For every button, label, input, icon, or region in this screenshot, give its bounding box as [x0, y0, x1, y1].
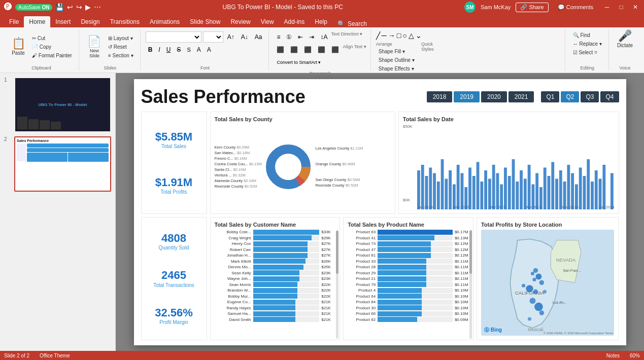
q4-button[interactable]: Q4 — [600, 91, 619, 102]
close-btn[interactable]: ✕ — [631, 3, 640, 12]
bullets-button[interactable]: ≡ — [274, 31, 283, 43]
increase-font-button[interactable]: A↑ — [225, 31, 237, 43]
paste-button[interactable]: 📋 Paste — [8, 37, 28, 57]
save-icon[interactable]: 💾 — [55, 3, 64, 11]
font-size-select[interactable] — [203, 31, 223, 43]
align-center-button[interactable]: ⬛ — [288, 44, 300, 55]
kpi-total-sales: $5.85M Total Sales — [146, 130, 202, 149]
font-color-button[interactable]: A — [194, 44, 204, 55]
dictate-button[interactable]: 🎤 Dictate — [614, 29, 636, 49]
highlight-button[interactable]: A — [205, 44, 214, 55]
clear-format-button[interactable]: Aa — [252, 31, 265, 43]
smartart-button[interactable]: Convert to SmartArt ▾ — [274, 57, 323, 68]
font-name-select[interactable] — [146, 31, 201, 43]
more-icon[interactable]: ⋯ — [94, 3, 101, 11]
share-button[interactable]: 🔗 Share — [516, 3, 548, 12]
tab-animations[interactable]: Animations — [145, 16, 185, 27]
ribbon-group-drawing: ╱ ─ → □ ○ △ ⌄ Arrange Shape Fill ▾ Shape… — [372, 29, 565, 70]
more-shapes-btn[interactable]: ⌄ — [416, 31, 422, 40]
svg-rect-27 — [504, 167, 507, 209]
shadow-button[interactable]: S — [184, 44, 193, 55]
rect-btn[interactable]: □ — [397, 31, 401, 40]
ribbon-tabs: File Home Insert Design Transitions Anim… — [0, 14, 644, 27]
justify-button[interactable]: ⬛ — [315, 44, 328, 55]
new-slide-button[interactable]: 📄 NewSlide — [84, 35, 105, 59]
tab-addins[interactable]: Add-ins — [279, 16, 310, 27]
tab-help[interactable]: Help — [310, 16, 332, 27]
text-direction-button[interactable]: ↕A — [318, 31, 330, 43]
columns-button[interactable]: ⬛ — [329, 44, 342, 55]
slide-thumb-1[interactable]: 1 UBG To Power BI - Model — [4, 77, 111, 132]
tab-view[interactable]: View — [256, 16, 279, 27]
title-bar-left: 🅟 AutoSave ON 💾 ↩ ↪ ▶ ⋯ — [4, 3, 101, 12]
reset-button[interactable]: ↺ Reset — [106, 43, 136, 51]
svg-rect-48 — [587, 159, 590, 209]
cut-button[interactable]: ✂ Cut — [29, 34, 75, 42]
scrollbar-thumb[interactable] — [336, 231, 338, 274]
copy-button[interactable]: 📄 Copy — [29, 43, 75, 51]
italic-button[interactable]: I — [156, 44, 162, 55]
arrow-btn[interactable]: → — [388, 31, 395, 40]
year-2021-button[interactable]: 2021 — [509, 91, 534, 102]
redo-icon[interactable]: ↪ — [76, 3, 82, 11]
tab-insert[interactable]: Insert — [50, 16, 76, 27]
bing-logo: ⓑ Bing — [484, 327, 502, 334]
oval-btn[interactable]: ○ — [402, 31, 406, 40]
present-icon[interactable]: ▶ — [85, 3, 91, 11]
product-scrollbar-track[interactable] — [469, 230, 472, 339]
increase-indent-button[interactable]: ⇥ — [307, 31, 317, 43]
tab-slideshow[interactable]: Slide Show — [185, 16, 225, 27]
q2-button[interactable]: Q2 — [561, 91, 579, 102]
year-2020-button[interactable]: 2020 — [481, 91, 507, 102]
list-item: Product 81$0.12M — [348, 253, 469, 258]
shape-btn[interactable]: ╱ — [376, 31, 380, 40]
line-btn[interactable]: ─ — [382, 31, 387, 40]
section-button[interactable]: ≡ Section ▾ — [106, 52, 136, 59]
shape-outline-button[interactable]: Shape Outline ▾ — [376, 56, 417, 64]
shape-effects-button[interactable]: Shape Effects ▾ — [376, 65, 417, 73]
find-button[interactable]: 🔍 Find — [570, 31, 593, 39]
arrange-group: Arrange Shape Fill ▾ Shape Outline ▾ Sha… — [376, 42, 417, 73]
numbering-button[interactable]: ① — [284, 31, 294, 43]
align-left-button[interactable]: ⬛ — [274, 44, 287, 55]
replace-button[interactable]: ↔ Replace ▾ — [570, 40, 604, 48]
new-slide-icon: 📄 — [87, 36, 101, 47]
minimize-btn[interactable]: ─ — [602, 3, 612, 12]
date-chart-box: Total Sales by Date $50K $0K // Will gen… — [398, 112, 619, 214]
ribbon-search[interactable]: 🔍 Search — [337, 20, 367, 27]
tab-review[interactable]: Review — [225, 16, 255, 27]
decrease-font-button[interactable]: A↓ — [239, 31, 251, 43]
year-2018-button[interactable]: 2018 — [427, 91, 453, 102]
q1-button[interactable]: Q1 — [541, 91, 559, 102]
align-right-button[interactable]: ⬛ — [301, 44, 314, 55]
triangle-btn[interactable]: △ — [409, 31, 414, 40]
product-scrollbar-thumb[interactable] — [469, 230, 472, 273]
svg-point-64 — [543, 290, 547, 293]
format-painter-button[interactable]: 🖌 Format Painter — [29, 52, 75, 59]
shape-fill-button[interactable]: Shape Fill ▾ — [376, 48, 417, 55]
notes-btn[interactable]: Notes — [606, 353, 620, 358]
undo-icon[interactable]: ↩ — [67, 3, 73, 11]
strikethrough-button[interactable]: S — [174, 44, 183, 55]
list-item: Product 47$0.12M — [348, 247, 469, 252]
tab-home[interactable]: Home — [24, 16, 50, 27]
maximize-btn[interactable]: □ — [617, 3, 626, 12]
layout-button[interactable]: ⊞ Layout ▾ — [106, 34, 136, 42]
user-avatar[interactable]: SM — [464, 2, 476, 13]
tab-file[interactable]: File — [4, 16, 24, 27]
date-chart-svg — [417, 154, 615, 209]
bold-button[interactable]: B — [146, 44, 155, 55]
autosave-badge[interactable]: AutoSave ON — [15, 4, 52, 11]
autosave-status: ON — [42, 5, 49, 10]
year-2019-button[interactable]: 2019 — [454, 91, 480, 102]
scrollbar-track[interactable] — [336, 230, 338, 339]
q3-button[interactable]: Q3 — [581, 91, 599, 102]
tab-transitions[interactable]: Transitions — [105, 16, 145, 27]
svg-rect-38 — [547, 176, 550, 209]
slide-thumb-2[interactable]: 2 Sales Performance — [4, 136, 111, 192]
comments-button[interactable]: 💬 Comments — [554, 3, 597, 12]
decrease-indent-button[interactable]: ⇤ — [295, 31, 306, 43]
underline-button[interactable]: U — [164, 44, 174, 55]
select-button[interactable]: ☑ Select = — [570, 49, 600, 56]
tab-design[interactable]: Design — [76, 16, 105, 27]
